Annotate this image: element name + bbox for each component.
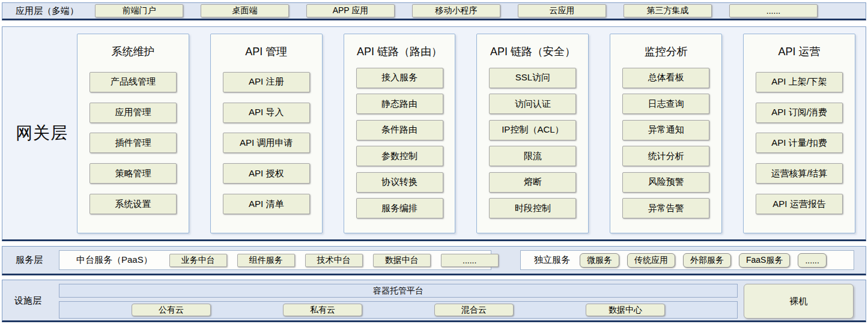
gateway-column-title: API 链路（路由） [344, 34, 455, 59]
gateway-column-title: 系统维护 [77, 34, 189, 59]
gateway-layer-band: 网关层 系统维护 产品线管理 应用管理 插件管理 策略管理 系统设置 [2, 26, 866, 241]
gateway-item-chip: 应用管理 [90, 103, 177, 123]
gateway-item-chip: 熔断 [489, 172, 576, 193]
architecture-diagram: 应用层（多端） 前端门户 桌面端 APP 应用 移动小程序 云应用 第三方集成 … [0, 0, 868, 324]
gateway-item-chip: 风险预警 [622, 172, 709, 193]
application-layer-band: 应用层（多端） 前端门户 桌面端 APP 应用 移动小程序 云应用 第三方集成 … [2, 2, 866, 20]
gateway-item-chip: API 上架/下架 [756, 72, 843, 92]
cloud-item-chip: 数据中心 [586, 304, 665, 316]
independent-services-items: 微服务 传统应用 外部服务 FaaS服务 ...... [580, 253, 827, 268]
gateway-item-chip: 统计分析 [622, 146, 709, 166]
cloud-item-chip: 混合云 [434, 304, 514, 316]
gateway-item-chip: API 导入 [223, 103, 310, 123]
gateway-column-title: 监控分析 [610, 34, 721, 59]
paas-services-title: 中台服务（PaaS） [76, 254, 153, 266]
application-item-chip: 云应用 [518, 4, 606, 17]
gateway-item-chip: 异常告警 [622, 198, 709, 218]
gateway-columns: 系统维护 产品线管理 应用管理 插件管理 策略管理 系统设置 AP [77, 34, 855, 233]
cloud-item-chip: 公有云 [132, 304, 211, 316]
gateway-column-items: 总体看板 日志查询 异常通知 统计分析 风险预警 异常告警 [610, 59, 721, 233]
container-platform-bar: 容器托管平台 [59, 284, 738, 298]
independent-services-title: 独立服务 [534, 254, 570, 266]
gateway-item-chip: API 清单 [223, 194, 310, 214]
gateway-item-chip: 限流 [489, 146, 576, 166]
independent-item-chip: 传统应用 [627, 253, 675, 268]
gateway-item-chip: API 计量/扣费 [756, 133, 843, 153]
gateway-column-items: API 上架/下架 API 订阅/消费 API 计量/扣费 运营核算/结算 AP… [744, 59, 855, 233]
gateway-item-chip: SSL访问 [489, 68, 576, 88]
application-item-chip: 前端门户 [95, 4, 183, 17]
application-item-chip: ...... [729, 4, 818, 17]
gateway-item-chip: 策略管理 [90, 163, 177, 184]
independent-item-chip: ...... [798, 253, 826, 268]
paas-item-chip: ...... [441, 254, 499, 267]
gateway-column-items: API 注册 API 导入 API 调用申请 API 授权 API 清单 [211, 59, 322, 233]
independent-item-chip: 微服务 [580, 253, 619, 268]
paas-item-chip: 数据中台 [373, 254, 431, 267]
gateway-item-chip: API 授权 [223, 163, 310, 184]
gateway-item-chip: API 运营报告 [756, 194, 843, 214]
application-layer-items: 前端门户 桌面端 APP 应用 移动小程序 云应用 第三方集成 ...... [95, 4, 818, 17]
gateway-layer-label: 网关层 [16, 122, 68, 145]
gateway-item-chip: 运营核算/结算 [756, 163, 843, 184]
service-layer-band: 服务层 中台服务（PaaS） 业务中台 组件服务 技术中台 数据中台 .....… [2, 246, 866, 275]
infrastructure-layer-band: 设施层 容器托管平台 公有云 私有云 混合云 数据中心 裸机 [2, 280, 866, 322]
gateway-item-chip: 服务编排 [356, 198, 443, 218]
gateway-column-title: API 运营 [744, 34, 855, 59]
paas-item-chip: 技术中台 [305, 254, 363, 267]
gateway-item-chip: 插件管理 [90, 133, 177, 153]
paas-services-items: 业务中台 组件服务 技术中台 数据中台 ...... [169, 254, 499, 267]
gateway-column-api-link-routing: API 链路（路由） 接入服务 静态路由 条件路由 参数控制 协议转换 服务编排 [344, 34, 456, 233]
bare-metal-box: 裸机 [744, 284, 854, 319]
gateway-column-api-management: API 管理 API 注册 API 导入 API 调用申请 API 授权 API… [210, 34, 323, 233]
infrastructure-layer-label: 设施层 [14, 295, 41, 306]
gateway-column-api-link-security: API 链路（安全） SSL访问 访问认证 IP控制（ACL） 限流 熔断 时段… [476, 34, 589, 233]
application-item-chip: 桌面端 [201, 4, 289, 17]
gateway-column-system-maintenance: 系统维护 产品线管理 应用管理 插件管理 策略管理 系统设置 [77, 34, 189, 233]
gateway-column-items: 产品线管理 应用管理 插件管理 策略管理 系统设置 [77, 59, 189, 233]
gateway-item-chip: API 注册 [223, 72, 310, 92]
cloud-item-chip: 私有云 [283, 304, 362, 316]
independent-services-box: 独立服务 微服务 传统应用 外部服务 FaaS服务 ...... [520, 250, 854, 270]
gateway-column-title: API 链路（安全） [477, 34, 588, 59]
application-item-chip: 第三方集成 [624, 4, 712, 17]
gateway-item-chip: 访问认证 [489, 94, 576, 114]
gateway-item-chip: 总体看板 [622, 68, 709, 88]
gateway-column-api-operation: API 运营 API 上架/下架 API 订阅/消费 API 计量/扣费 运营核… [743, 34, 855, 233]
independent-item-chip: 外部服务 [683, 253, 731, 268]
cloud-options-row: 公有云 私有云 混合云 数据中心 [59, 301, 738, 319]
gateway-column-items: SSL访问 访问认证 IP控制（ACL） 限流 熔断 时段控制 [477, 59, 588, 233]
paas-item-chip: 业务中台 [169, 254, 227, 267]
gateway-item-chip: 产品线管理 [90, 72, 177, 92]
application-item-chip: 移动小程序 [412, 4, 500, 17]
application-layer-label: 应用层（多端） [12, 5, 95, 17]
gateway-column-items: 接入服务 静态路由 条件路由 参数控制 协议转换 服务编排 [344, 59, 455, 233]
gateway-item-chip: 接入服务 [356, 68, 443, 88]
independent-item-chip: FaaS服务 [739, 253, 790, 268]
infrastructure-main-area: 容器托管平台 公有云 私有云 混合云 数据中心 [59, 284, 738, 319]
gateway-item-chip: 日志查询 [622, 94, 709, 114]
gateway-item-chip: IP控制（ACL） [489, 120, 576, 140]
gateway-item-chip: 协议转换 [356, 172, 443, 193]
application-item-chip: APP 应用 [306, 4, 395, 17]
gateway-item-chip: API 订阅/消费 [756, 103, 843, 123]
gateway-column-monitoring-analysis: 监控分析 总体看板 日志查询 异常通知 统计分析 风险预警 异常告警 [610, 34, 722, 233]
service-layer-label: 服务层 [12, 254, 59, 266]
gateway-item-chip: 时段控制 [489, 198, 576, 218]
gateway-item-chip: API 调用申请 [223, 133, 310, 153]
gateway-item-chip: 条件路由 [356, 120, 443, 140]
gateway-item-chip: 系统设置 [90, 194, 177, 214]
gateway-item-chip: 参数控制 [356, 146, 443, 166]
gateway-column-title: API 管理 [211, 34, 322, 59]
paas-services-box: 中台服务（PaaS） 业务中台 组件服务 技术中台 数据中台 ...... [59, 250, 491, 270]
paas-item-chip: 组件服务 [237, 254, 295, 267]
gateway-item-chip: 异常通知 [622, 120, 709, 140]
gateway-item-chip: 静态路由 [356, 94, 443, 114]
